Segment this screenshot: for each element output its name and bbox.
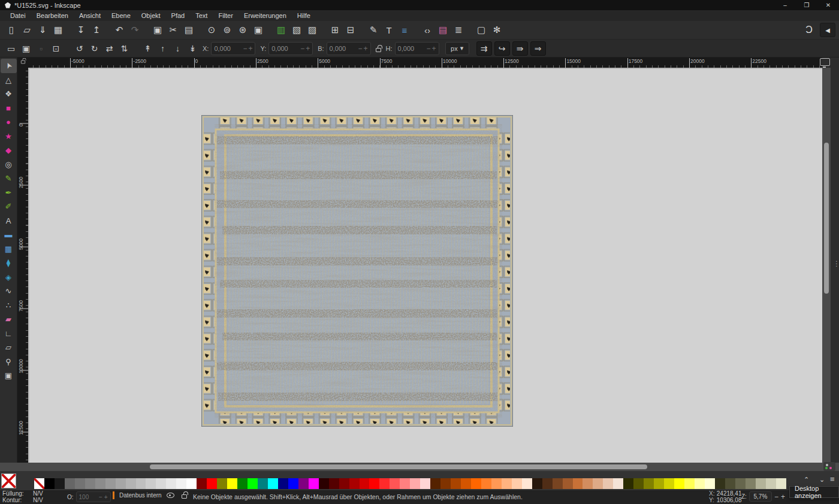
chip-die-image[interactable] bbox=[201, 115, 513, 427]
color-management-icon[interactable] bbox=[823, 462, 835, 471]
cut-icon[interactable]: ✂ bbox=[165, 23, 181, 37]
duplicate-icon[interactable]: ▥ bbox=[273, 23, 289, 37]
palette-swatch[interactable] bbox=[481, 478, 491, 489]
scale-stroke-toggle[interactable]: ⇉ bbox=[476, 41, 492, 56]
x-field[interactable]: 0,000−+ bbox=[211, 42, 255, 55]
palette-swatch[interactable] bbox=[309, 478, 319, 489]
zoom-out-button[interactable]: − bbox=[774, 493, 778, 501]
palette-swatch[interactable] bbox=[522, 478, 532, 489]
scale-corners-toggle[interactable]: ↪ bbox=[494, 41, 510, 56]
palette-swatch[interactable] bbox=[166, 478, 176, 489]
minimize-button[interactable]: – bbox=[774, 0, 796, 10]
palette-swatch[interactable] bbox=[715, 478, 725, 489]
rotate-ccw-icon[interactable]: ↺ bbox=[72, 42, 87, 55]
zoom-field[interactable]: 5,7% bbox=[749, 491, 772, 502]
current-layer-name[interactable]: Datenbus intern bbox=[119, 492, 162, 499]
open-icon[interactable]: ▱ bbox=[19, 23, 35, 37]
height-field[interactable]: 0,000−+ bbox=[395, 42, 439, 55]
palette-scroll-down-icon[interactable]: ⌄ bbox=[819, 476, 825, 484]
palette-swatch[interactable] bbox=[217, 478, 227, 489]
palette-swatch[interactable] bbox=[440, 478, 451, 489]
palette-swatch[interactable] bbox=[105, 478, 116, 489]
palette-swatch[interactable] bbox=[156, 478, 166, 489]
preferences-icon[interactable]: ✻ bbox=[489, 23, 505, 37]
zoom-page-icon[interactable]: ⊛ bbox=[235, 23, 251, 37]
palette-swatch[interactable] bbox=[319, 478, 329, 489]
palette-swatch[interactable] bbox=[623, 478, 633, 489]
horizontal-scrollbar-thumb[interactable] bbox=[150, 464, 647, 469]
palette-swatch[interactable] bbox=[593, 478, 603, 489]
new-document-icon[interactable]: ▯ bbox=[4, 23, 19, 37]
palette-swatch[interactable] bbox=[207, 478, 217, 489]
palette-swatch[interactable] bbox=[532, 478, 542, 489]
copy-icon[interactable]: ▣ bbox=[150, 23, 165, 37]
zoom-selection-icon[interactable]: ⊙ bbox=[204, 23, 219, 37]
move-patterns-toggle[interactable]: ⇒ bbox=[530, 41, 546, 56]
palette-swatch[interactable] bbox=[603, 478, 613, 489]
export-icon[interactable]: ↥ bbox=[89, 23, 104, 37]
palette-swatch[interactable] bbox=[278, 478, 288, 489]
selection-bbox-icon[interactable]: ⊡ bbox=[49, 42, 64, 55]
ellipse-tool[interactable]: ● bbox=[1, 115, 17, 129]
palette-swatch[interactable] bbox=[85, 478, 95, 489]
paint-bucket-tool[interactable]: ◈ bbox=[1, 270, 17, 285]
vertical-scrollbar-thumb[interactable] bbox=[824, 143, 829, 294]
palette-swatch[interactable] bbox=[197, 478, 207, 489]
lower-icon[interactable]: ↓ bbox=[170, 42, 185, 55]
select-all-icon[interactable]: ▭ bbox=[4, 42, 19, 55]
pen-tool[interactable]: ✒ bbox=[1, 186, 17, 200]
palette-swatch[interactable] bbox=[248, 478, 258, 489]
no-color-swatch[interactable] bbox=[1, 473, 16, 488]
palette-swatch[interactable] bbox=[44, 478, 55, 489]
vertical-ruler[interactable]: 02500500075001000012500 bbox=[17, 68, 28, 463]
palette-swatch[interactable] bbox=[65, 478, 75, 489]
palette-swatch[interactable] bbox=[451, 478, 461, 489]
import-icon[interactable]: ↧ bbox=[73, 23, 89, 37]
layers-dialog-icon[interactable]: ≣ bbox=[451, 23, 466, 37]
palette-swatch[interactable] bbox=[705, 478, 715, 489]
select-all-layers-icon[interactable]: ▣ bbox=[19, 42, 34, 55]
palette-swatch[interactable] bbox=[339, 478, 349, 489]
palette-swatch[interactable] bbox=[369, 478, 379, 489]
palette-swatch[interactable] bbox=[258, 478, 268, 489]
fill-stroke-dialog-icon[interactable]: ✎ bbox=[366, 23, 381, 37]
palette-swatch[interactable] bbox=[471, 478, 481, 489]
tweak-tool[interactable]: ∿ bbox=[1, 284, 17, 298]
opacity-field[interactable]: 100− + bbox=[76, 491, 111, 502]
box3d-tool[interactable]: ◆ bbox=[1, 143, 17, 158]
align-dialog-icon[interactable]: ≡ bbox=[397, 23, 412, 37]
zoom-in-button[interactable]: + bbox=[781, 493, 785, 501]
width-field[interactable]: 0,000−+ bbox=[327, 42, 371, 55]
palette-swatch[interactable] bbox=[573, 478, 583, 489]
menu-ansicht[interactable]: Ansicht bbox=[74, 11, 106, 20]
palette-swatch[interactable] bbox=[126, 478, 136, 489]
save-icon[interactable]: ⇓ bbox=[35, 23, 50, 37]
palette-swatch[interactable] bbox=[55, 478, 65, 489]
palette-swatch[interactable] bbox=[136, 478, 146, 489]
palette-menu-icon[interactable]: ≡ bbox=[830, 475, 835, 484]
paste-icon[interactable]: ▤ bbox=[181, 23, 197, 37]
palette-swatch[interactable] bbox=[116, 478, 126, 489]
palette-swatch[interactable] bbox=[725, 478, 735, 489]
menu-objekt[interactable]: Objekt bbox=[136, 11, 166, 20]
palette-swatch[interactable] bbox=[756, 478, 766, 489]
palette-swatch[interactable] bbox=[654, 478, 664, 489]
palette-swatch[interactable] bbox=[766, 478, 776, 489]
palette-swatch[interactable] bbox=[360, 478, 370, 489]
close-button[interactable]: ✕ bbox=[817, 0, 839, 10]
ungroup-icon[interactable]: ⊟ bbox=[343, 23, 358, 37]
palette-swatch[interactable] bbox=[563, 478, 573, 489]
display-mode-icon[interactable] bbox=[820, 58, 830, 66]
palette-swatch[interactable] bbox=[146, 478, 156, 489]
pages-tool[interactable]: ▣ bbox=[1, 369, 17, 383]
palette-swatch[interactable] bbox=[461, 478, 471, 489]
mesh-gradient-tool[interactable]: ▦ bbox=[1, 242, 17, 256]
palette-swatch[interactable] bbox=[329, 478, 339, 489]
palette-scroll-up-icon[interactable]: ⌃ bbox=[804, 476, 809, 484]
object-properties-icon[interactable]: ▢ bbox=[473, 23, 489, 37]
palette-swatch[interactable] bbox=[390, 478, 400, 489]
dock-drag-handle-icon[interactable]: ⋮ bbox=[833, 259, 839, 268]
unlink-clone-icon[interactable]: ▨ bbox=[304, 23, 320, 37]
restore-button[interactable]: ❐ bbox=[796, 0, 817, 10]
connector-tool[interactable]: ∟ bbox=[1, 327, 17, 341]
